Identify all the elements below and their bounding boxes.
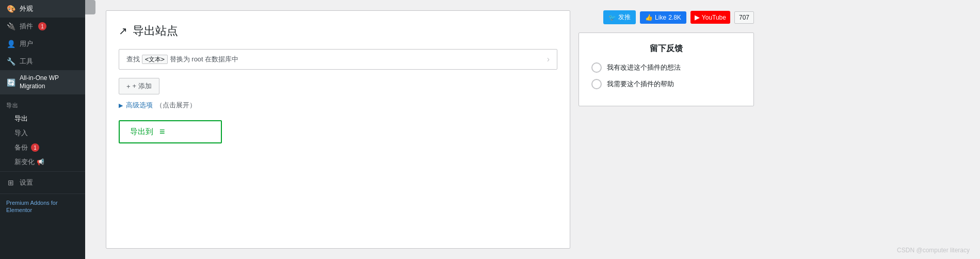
- sidebar-collapse-toggle[interactable]: [85, 0, 95, 14]
- sidebar-divider-2: [0, 193, 85, 194]
- tweet-label: 发推: [618, 13, 631, 22]
- watermark: CSDN @computer literacy: [897, 247, 970, 254]
- sidebar-premium-plugin[interactable]: Premium Addons for Elementor: [0, 196, 85, 217]
- export-title: ↗ 导出站点: [119, 23, 557, 39]
- add-icon: +: [126, 83, 131, 90]
- sidebar-item-label: 插件: [20, 22, 33, 31]
- export-title-icon: ↗: [119, 25, 127, 37]
- feedback-option-improve[interactable]: 我有改进这个插件的想法: [591, 62, 741, 73]
- backup-badge: 1: [31, 143, 39, 152]
- users-icon: 👤: [6, 39, 15, 48]
- sidebar-sub-newchange[interactable]: 新变化 📢: [0, 155, 85, 169]
- import-label: 导入: [14, 128, 28, 138]
- advanced-options[interactable]: ▶ 高级选项 （点击展开）: [119, 101, 557, 110]
- tools-icon: 🔧: [6, 57, 15, 66]
- sidebar-sub-backup[interactable]: 备份 1: [0, 140, 85, 155]
- feedback-title: 留下反馈: [591, 43, 741, 54]
- feedback-label-improve: 我有改进这个插件的想法: [607, 63, 681, 72]
- export-to-button[interactable]: 导出到 ≡: [119, 120, 222, 143]
- backup-label: 备份: [14, 143, 28, 152]
- export-to-label: 导出到: [130, 127, 153, 137]
- export-label: 导出: [14, 114, 28, 123]
- sidebar: 🎨 外观 🔌 插件 1 👤 用户 🔧 工具 🔄 All-in-One WP Mi…: [0, 0, 85, 259]
- right-sidebar: 🐦 发推 👍 Like 2.8K ▶ YouTube 707 留下反馈 我有改进…: [579, 10, 754, 249]
- social-bar: 🐦 发推 👍 Like 2.8K ▶ YouTube 707: [579, 10, 754, 24]
- sidebar-item-label: All-in-One WP Migration: [20, 74, 79, 90]
- sidebar-item-label: 外观: [20, 4, 33, 13]
- sidebar-item-users[interactable]: 👤 用户: [0, 35, 85, 53]
- sidebar-item-plugins[interactable]: 🔌 插件 1: [0, 18, 85, 35]
- export-panel: ↗ 导出站点 查找 <文本> 替换为 root 在数据库中 › + + 添加 ▶…: [106, 10, 570, 249]
- search-replace-text: 查找 <文本> 替换为 root 在数据库中: [126, 55, 547, 64]
- sidebar-item-label: 工具: [20, 57, 33, 66]
- youtube-button[interactable]: ▶ YouTube: [690, 11, 730, 24]
- export-title-text: 导出站点: [133, 23, 178, 39]
- search-replace-bar[interactable]: 查找 <文本> 替换为 root 在数据库中 ›: [119, 49, 557, 70]
- sidebar-item-label: 用户: [20, 39, 33, 48]
- allinone-icon: 🔄: [6, 78, 15, 87]
- sidebar-divider: [0, 171, 85, 172]
- premium-plugin-label: Premium Addons for Elementor: [6, 199, 79, 214]
- search-replace-arrow-icon: ›: [547, 55, 550, 64]
- newchange-label: 新变化: [14, 157, 35, 167]
- youtube-label: YouTube: [702, 14, 726, 21]
- plugins-badge: 1: [38, 22, 46, 30]
- feedback-label-help: 我需要这个插件的帮助: [607, 79, 674, 89]
- twitter-icon: 🐦: [608, 14, 616, 21]
- tweet-button[interactable]: 🐦 发推: [603, 10, 636, 24]
- settings-label: 设置: [20, 178, 33, 187]
- sidebar-item-tools[interactable]: 🔧 工具: [0, 53, 85, 70]
- sidebar-sub-export[interactable]: 导出: [0, 111, 85, 126]
- like-label: Like: [655, 14, 666, 21]
- add-button[interactable]: + + 添加: [119, 78, 159, 94]
- sidebar-sub-import[interactable]: 导入: [0, 126, 85, 140]
- sidebar-item-appearance[interactable]: 🎨 外观: [0, 0, 85, 18]
- youtube-count: 707: [734, 11, 754, 24]
- settings-icon: ⊞: [6, 178, 15, 187]
- search-tag: <文本>: [142, 55, 168, 64]
- feedback-radio-improve[interactable]: [591, 62, 602, 73]
- feedback-panel: 留下反馈 我有改进这个插件的想法 我需要这个插件的帮助: [579, 33, 754, 106]
- facebook-icon: 👍: [645, 14, 653, 21]
- add-button-label: + 添加: [133, 82, 152, 91]
- feedback-radio-help[interactable]: [591, 79, 602, 89]
- advanced-arrow-icon: ▶: [119, 102, 123, 109]
- main-content: ↗ 导出站点 查找 <文本> 替换为 root 在数据库中 › + + 添加 ▶…: [95, 0, 980, 259]
- appearance-icon: 🎨: [6, 4, 15, 13]
- export-menu-icon: ≡: [159, 126, 165, 137]
- youtube-icon: ▶: [695, 13, 700, 21]
- sidebar-item-allinone[interactable]: 🔄 All-in-One WP Migration: [0, 70, 85, 94]
- section-export-label: 导出: [0, 94, 85, 111]
- plugins-icon: 🔌: [6, 22, 15, 31]
- like-count: 2.8K: [668, 14, 681, 21]
- advanced-options-label: 高级选项: [126, 101, 153, 110]
- advanced-options-hint: （点击展开）: [156, 101, 196, 110]
- like-button[interactable]: 👍 Like 2.8K: [640, 11, 686, 24]
- feedback-option-help[interactable]: 我需要这个插件的帮助: [591, 79, 741, 89]
- sidebar-item-settings[interactable]: ⊞ 设置: [0, 174, 85, 191]
